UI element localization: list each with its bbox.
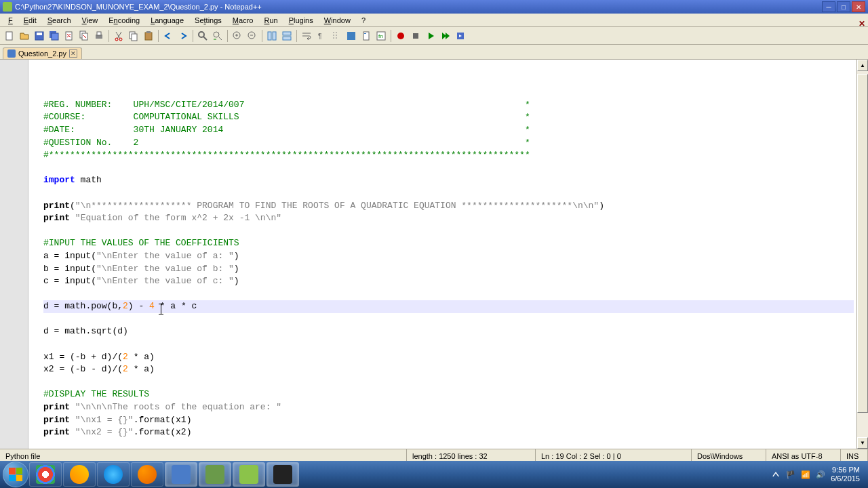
record-macro-button[interactable] — [394, 29, 408, 43]
tab-close-button[interactable]: ✕ — [69, 49, 77, 58]
tabbar-close-icon[interactable]: ✕ — [859, 19, 867, 27]
code-line[interactable] — [43, 313, 854, 326]
menu-run[interactable]: Run — [258, 15, 283, 26]
code-line[interactable]: print "\nx2 = {}".format(x2) — [43, 426, 854, 439]
tray-network-icon[interactable]: 📶 — [801, 470, 810, 479]
code-line[interactable]: print "\nx1 = {}".format(x1) — [43, 414, 854, 427]
close-file-button[interactable] — [62, 29, 76, 43]
vertical-scrollbar[interactable]: ▲ ▼ — [856, 60, 868, 449]
code-line[interactable]: print "Equation of the form x^2 + 2x -1 … — [43, 212, 854, 225]
menu-encoding[interactable]: Encoding — [103, 15, 145, 26]
open-file-button[interactable] — [18, 29, 31, 43]
code-line[interactable]: import math — [43, 174, 854, 187]
taskbar-cmd[interactable] — [267, 462, 299, 487]
zoom-out-button[interactable] — [245, 29, 259, 43]
sync-h-button[interactable] — [280, 29, 294, 43]
scroll-up-button[interactable]: ▲ — [857, 60, 868, 71]
code-line[interactable]: #***************************************… — [43, 149, 854, 162]
menu-window[interactable]: Window — [319, 15, 356, 26]
code-line[interactable]: print "\n\n\nThe roots of the equation a… — [43, 401, 854, 414]
code-line[interactable]: x2 = (-b - d)/(2 * a) — [43, 363, 854, 376]
gutter[interactable] — [0, 60, 28, 449]
sync-v-button[interactable] — [265, 29, 279, 43]
tray-volume-icon[interactable]: 🔊 — [816, 470, 825, 479]
code-line[interactable]: d = math.sqrt(d) — [43, 325, 854, 338]
tray-flag-icon[interactable]: 🏴 — [786, 470, 795, 479]
menu-file[interactable]: F — [3, 15, 18, 26]
menu-settings[interactable]: Settings — [189, 15, 227, 26]
taskbar-firefox[interactable] — [131, 462, 163, 487]
scroll-thumb[interactable] — [857, 74, 868, 413]
code-line[interactable]: #INPUT THE VALUES OF THE COEFFICIENTS — [43, 237, 854, 250]
taskbar-wmp[interactable] — [63, 462, 96, 487]
code-line[interactable]: #DATE: 30TH JANUARY 2014 * — [43, 124, 854, 137]
code-line[interactable]: #DISPLAY THE RESULTS — [43, 388, 854, 401]
code-line[interactable]: #QUESTION No. 2 * — [43, 137, 854, 150]
paste-button[interactable] — [142, 29, 155, 43]
new-file-button[interactable] — [3, 29, 16, 43]
code-line[interactable]: print("\n******************* PROGRAM TO … — [43, 200, 854, 213]
menu-edit[interactable]: Edit — [18, 15, 42, 26]
svg-rect-2 — [37, 33, 42, 35]
replace-button[interactable] — [211, 29, 224, 43]
clock[interactable]: 9:56 PM 6/6/2015 — [831, 466, 860, 483]
redo-button[interactable] — [176, 29, 190, 43]
start-button[interactable] — [3, 462, 28, 487]
system-tray[interactable]: 🏴 📶 🔊 9:56 PM 6/6/2015 — [771, 466, 865, 483]
menu-help[interactable]: ? — [356, 15, 371, 26]
menu-language[interactable]: Language — [145, 15, 189, 26]
menu-search[interactable]: Search — [42, 15, 77, 26]
scroll-down-button[interactable]: ▼ — [857, 437, 868, 449]
code-line[interactable] — [43, 225, 854, 238]
find-button[interactable] — [196, 29, 210, 43]
code-line[interactable] — [43, 162, 854, 175]
udl-button[interactable] — [344, 29, 358, 43]
play-multi-button[interactable] — [439, 29, 452, 43]
tray-expand-icon[interactable] — [771, 470, 781, 479]
menu-macro[interactable]: Macro — [227, 15, 259, 26]
indent-guide-button[interactable] — [330, 29, 343, 43]
code-line[interactable]: #REG. NUMBER: UPH/MSC/CITE/2014/007 * — [43, 99, 854, 112]
taskbar-app-2[interactable] — [199, 462, 231, 487]
funclist-button[interactable]: fn — [374, 29, 388, 43]
zoom-in-button[interactable] — [231, 29, 244, 43]
tab-label: Question_2.py — [18, 49, 66, 58]
svg-line-22 — [203, 37, 207, 40]
save-button[interactable] — [33, 29, 46, 43]
maximize-button[interactable]: □ — [837, 1, 850, 12]
minimize-button[interactable]: ─ — [822, 1, 835, 12]
svg-rect-20 — [146, 31, 151, 33]
file-tab[interactable]: Question_2.py ✕ — [3, 47, 82, 59]
code-line[interactable] — [43, 288, 854, 301]
show-chars-button[interactable]: ¶ — [315, 29, 328, 43]
code-line[interactable]: c = input("\nEnter the value of c: ") — [43, 275, 854, 288]
copy-button[interactable] — [127, 29, 140, 43]
code-line[interactable]: b = input("\nEnter the value of b: ") — [43, 263, 854, 276]
taskbar-ie[interactable] — [97, 462, 130, 487]
print-button[interactable] — [92, 29, 106, 43]
menu-view[interactable]: View — [77, 15, 104, 26]
docmap-button[interactable] — [359, 29, 373, 43]
wordwrap-button[interactable] — [300, 29, 313, 43]
menu-plugins[interactable]: Plugins — [283, 15, 319, 26]
close-button[interactable]: ✕ — [852, 1, 865, 12]
close-all-button[interactable] — [77, 29, 91, 43]
save-macro-button[interactable] — [454, 29, 467, 43]
code-line[interactable] — [43, 376, 854, 389]
stop-macro-button[interactable] — [409, 29, 422, 43]
code-line[interactable] — [43, 187, 854, 200]
play-macro-button[interactable] — [424, 29, 437, 43]
code-line[interactable] — [43, 439, 854, 449]
code-line[interactable]: a = input("\nEnter the value of a: ") — [43, 250, 854, 263]
code-line[interactable]: #COURSE: COMPUTATIONAL SKILLS * — [43, 111, 854, 124]
code-line[interactable] — [43, 338, 854, 351]
code-editor[interactable]: #REG. NUMBER: UPH/MSC/CITE/2014/007 *#CO… — [28, 60, 856, 449]
taskbar-app-1[interactable] — [165, 462, 197, 487]
cut-button[interactable] — [112, 29, 125, 43]
code-line[interactable]: d = math.pow(b,2) - 4 * a * c — [43, 300, 854, 313]
taskbar-notepad[interactable] — [233, 462, 265, 487]
undo-button[interactable] — [161, 29, 175, 43]
save-all-button[interactable] — [47, 29, 61, 43]
taskbar-chrome[interactable] — [29, 462, 62, 487]
code-line[interactable]: x1 = (-b + d)/(2 * a) — [43, 351, 854, 364]
